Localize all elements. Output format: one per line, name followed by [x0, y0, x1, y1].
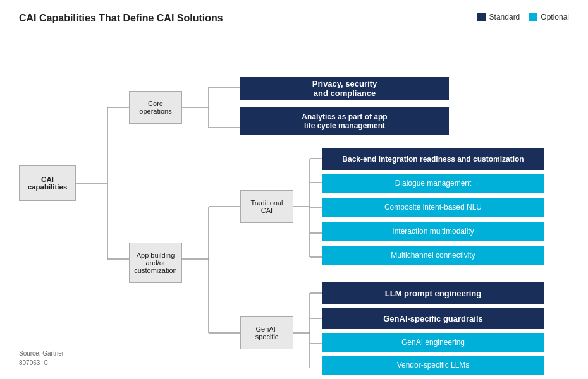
backend-label: Back-end integration readiness and custo… [342, 155, 524, 164]
guardrails-box: GenAI-specific guardrails [322, 308, 544, 329]
app-building-box: App building and/or customization [129, 243, 182, 283]
core-ops-box: Core operations [129, 91, 182, 124]
cai-root-box: CAI capabilities [19, 165, 76, 201]
vendor-label: Vendor-specific LLMs [397, 361, 470, 370]
privacy-label: Privacy, security and compliance [312, 79, 377, 98]
source-label: Source: Gartner 807063_C [19, 349, 64, 368]
traditional-cai-label: Traditional CAI [251, 199, 283, 214]
legend: Standard Optional [477, 13, 569, 21]
genai-specific-box: GenAI- specific [240, 316, 293, 349]
optional-color-box [529, 13, 537, 21]
privacy-box: Privacy, security and compliance [240, 77, 449, 100]
legend-optional: Optional [529, 13, 569, 21]
diagram: CAI capabilities Core operations App bui… [19, 33, 569, 368]
composite-label: Composite intent-based NLU [384, 203, 482, 212]
genai-eng-label: GenAI engineering [401, 338, 465, 347]
multichannel-box: Multichannel connectivity [322, 246, 544, 265]
composite-box: Composite intent-based NLU [322, 198, 544, 217]
llm-label: LLM prompt engineering [385, 289, 481, 298]
dialogue-box: Dialogue management [322, 174, 544, 193]
legend-standard: Standard [477, 13, 520, 21]
vendor-box: Vendor-specific LLMs [322, 356, 544, 375]
app-building-label: App building and/or customization [134, 251, 176, 274]
cai-root-label: CAI capabilities [28, 176, 68, 191]
optional-label: Optional [541, 13, 569, 21]
source-line2: 807063_C [19, 358, 64, 368]
core-ops-label: Core operations [139, 100, 171, 115]
backend-box: Back-end integration readiness and custo… [322, 148, 544, 170]
analytics-box: Analytics as part of app life cycle mana… [240, 107, 449, 135]
dialogue-label: Dialogue management [395, 179, 472, 188]
standard-color-box [477, 13, 486, 21]
traditional-cai-box: Traditional CAI [240, 190, 293, 223]
genai-specific-label: GenAI- specific [255, 325, 279, 340]
guardrails-label: GenAI-specific guardrails [383, 314, 483, 323]
multichannel-label: Multichannel connectivity [391, 251, 475, 260]
genai-eng-box: GenAI engineering [322, 333, 544, 352]
interaction-label: Interaction multimodality [392, 227, 474, 236]
standard-label: Standard [489, 13, 520, 21]
analytics-label: Analytics as part of app life cycle mana… [302, 112, 387, 130]
llm-box: LLM prompt engineering [322, 282, 544, 304]
source-line1: Source: Gartner [19, 349, 64, 358]
interaction-box: Interaction multimodality [322, 222, 544, 241]
